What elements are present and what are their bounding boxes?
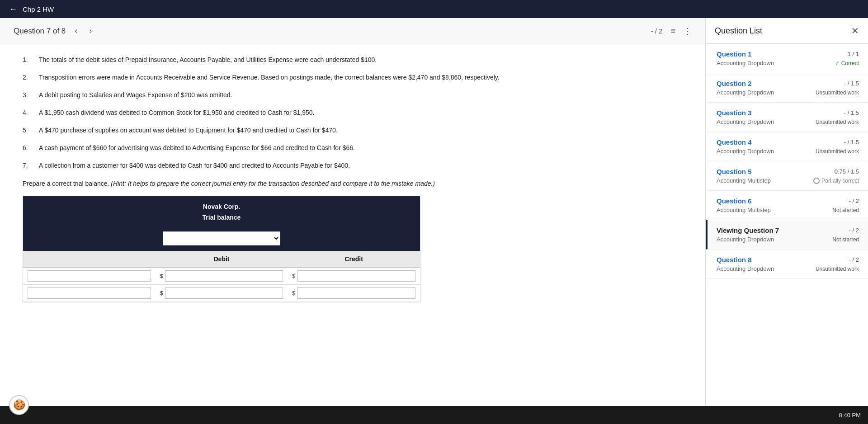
q-item-bottom: Accounting Multistep Not started — [717, 207, 859, 213]
debit-input-2[interactable] — [165, 287, 283, 299]
status-badge: Unsubmitted work — [816, 119, 859, 125]
col-header-account — [23, 251, 156, 267]
trial-balance-dropdown[interactable] — [163, 231, 280, 245]
q-item-top: Viewing Question 7 - / 2 — [717, 226, 859, 234]
credit-input-2[interactable] — [297, 287, 415, 299]
debit-cell: $ — [156, 268, 288, 284]
credit-input-1[interactable] — [297, 270, 415, 282]
account-cell — [23, 268, 156, 284]
more-icon[interactable]: ⋮ — [684, 26, 692, 36]
question-list-item-q3[interactable]: Question 3 - / 1.5 Accounting Dropdown U… — [706, 103, 868, 132]
q-item-score: 1 / 1 — [848, 51, 859, 57]
status-badge: Not started — [832, 207, 859, 213]
question-list-header: Question List ✕ — [706, 18, 868, 44]
status-badge: Unsubmitted work — [816, 148, 859, 155]
q-item-score: - / 2 — [849, 198, 859, 204]
next-question-button[interactable]: › — [86, 24, 94, 38]
list-item: 3.A debit posting to Salaries and Wages … — [23, 90, 683, 100]
list-num: 4. — [23, 108, 32, 118]
list-text: A cash payment of $660 for advertising w… — [39, 143, 355, 153]
list-text: The totals of the debit sides of Prepaid… — [39, 55, 377, 65]
debit-dollar-2: $ — [160, 290, 163, 297]
q-item-bottom: Accounting Dropdown Unsubmitted work — [717, 148, 859, 155]
question-nav: Question 7 of 8 ‹ › — [14, 24, 94, 38]
question-list-item-q8[interactable]: Question 8 - / 2 Accounting Dropdown Uns… — [706, 250, 868, 279]
score-display: - / 2 — [651, 27, 663, 35]
question-list-item-q5[interactable]: Question 5 0.75 / 1.5 Accounting Multist… — [706, 161, 868, 191]
q-item-score: - / 1.5 — [844, 80, 859, 87]
q-item-name: Question 1 — [717, 50, 752, 58]
q-item-type: Accounting Multistep — [717, 177, 771, 184]
q-item-top: Question 6 - / 2 — [717, 197, 859, 205]
list-item: 1.The totals of the debit sides of Prepa… — [23, 55, 683, 65]
prev-question-button[interactable]: ‹ — [72, 24, 80, 38]
q-item-name: Viewing Question 7 — [717, 226, 779, 234]
list-num: 3. — [23, 90, 32, 100]
list-num: 5. — [23, 126, 32, 135]
question-list-item-q6[interactable]: Question 6 - / 2 Accounting Multistep No… — [706, 191, 868, 220]
q-item-top: Question 8 - / 2 — [717, 256, 859, 264]
question-list-item-q2[interactable]: Question 2 - / 1.5 Accounting Dropdown U… — [706, 73, 868, 103]
q-item-name: Question 8 — [717, 256, 752, 264]
status-badge: ✓ Correct — [835, 60, 859, 66]
status-badge: Not started — [832, 236, 859, 243]
q-item-type: Accounting Dropdown — [717, 265, 774, 272]
q-item-score: 0.75 / 1.5 — [835, 168, 859, 175]
q-item-type: Accounting Multistep — [717, 207, 771, 213]
table-row: $ $ — [23, 285, 420, 302]
cookie-icon-button[interactable]: 🍪 — [9, 395, 29, 415]
q-item-bottom: Accounting Dropdown Unsubmitted work — [717, 89, 859, 96]
q-item-type: Accounting Dropdown — [717, 89, 774, 96]
page-title: Chp 2 HW — [23, 5, 54, 13]
q-item-top: Question 4 - / 1.5 — [717, 138, 859, 146]
q-item-name: Question 2 — [717, 80, 752, 87]
back-button[interactable]: ← — [9, 5, 17, 14]
list-item: 5.A $470 purchase of supplies on account… — [23, 126, 683, 135]
table-row: $ $ — [23, 268, 420, 285]
account-cell-2 — [23, 285, 156, 302]
partial-icon — [813, 178, 820, 184]
prepare-text: Prepare a correct trial balance. (Hint: … — [23, 179, 683, 188]
col-header-debit: Debit — [156, 251, 288, 267]
list-text: A collection from a customer for $400 wa… — [39, 161, 350, 170]
debit-cell-2: $ — [156, 285, 288, 302]
question-list-items: Question 1 1 / 1 Accounting Dropdown ✓ C… — [706, 44, 868, 406]
header-right: - / 2 ≡ ⋮ — [651, 26, 692, 36]
question-list-item-q7[interactable]: Viewing Question 7 - / 2 Accounting Drop… — [706, 220, 868, 250]
q-item-bottom: Accounting Dropdown Unsubmitted work — [717, 265, 859, 272]
list-num: 2. — [23, 73, 32, 82]
main-layout: Question 7 of 8 ‹ › - / 2 ≡ ⋮ 1.The tota… — [0, 18, 868, 406]
close-question-list-button[interactable]: ✕ — [851, 25, 859, 36]
q-item-score: - / 1.5 — [844, 139, 859, 146]
status-badge: Unsubmitted work — [816, 90, 859, 96]
credit-cell: $ — [288, 268, 420, 284]
credit-cell-2: $ — [288, 285, 420, 302]
debit-dollar-1: $ — [160, 273, 163, 279]
list-num: 6. — [23, 143, 32, 153]
list-icon[interactable]: ≡ — [670, 26, 675, 36]
debit-input-1[interactable] — [165, 270, 283, 282]
taskbar: 8:40 PM — [0, 406, 868, 424]
question-list-item-q1[interactable]: Question 1 1 / 1 Accounting Dropdown ✓ C… — [706, 44, 868, 73]
q-item-type: Accounting Dropdown — [717, 60, 774, 66]
list-text: A $470 purchase of supplies on account w… — [39, 126, 338, 135]
q-item-score: - / 2 — [849, 227, 859, 234]
question-list-item-q4[interactable]: Question 4 - / 1.5 Accounting Dropdown U… — [706, 132, 868, 161]
q-item-score: - / 1.5 — [844, 109, 859, 116]
q-item-bottom: Accounting Dropdown ✓ Correct — [717, 60, 859, 66]
trial-balance-subtitle: Trial balance — [28, 212, 415, 223]
trial-balance-col-headers: Debit Credit — [23, 251, 420, 268]
trial-balance-dropdown-row — [23, 229, 420, 251]
account-input-2[interactable] — [28, 287, 151, 299]
question-header: Question 7 of 8 ‹ › - / 2 ≡ ⋮ — [0, 18, 705, 44]
q-item-score: - / 2 — [849, 256, 859, 263]
credit-dollar-1: $ — [292, 273, 295, 279]
top-bar: ← Chp 2 HW — [0, 0, 868, 18]
q-item-name: Question 5 — [717, 168, 752, 175]
hint-text: (Hint: It helps to prepare the correct j… — [111, 180, 435, 187]
q-item-type: Accounting Dropdown — [717, 118, 774, 125]
company-name: Novak Corp. — [28, 202, 415, 212]
account-input-1[interactable] — [28, 270, 151, 282]
q-item-type: Accounting Dropdown — [717, 236, 774, 243]
list-text: Transposition errors were made in Accoun… — [39, 73, 500, 82]
